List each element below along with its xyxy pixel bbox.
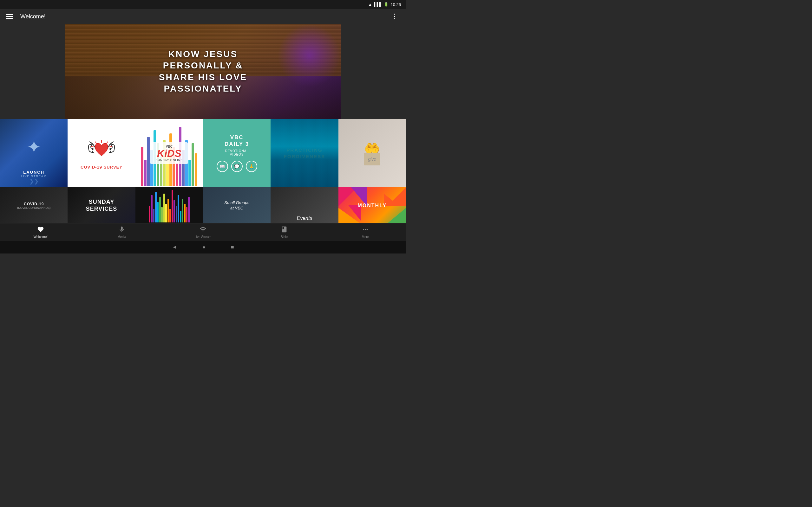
svg-line-4 [109, 147, 112, 147]
tile-monthly-inner: MONTHLY [339, 187, 406, 223]
tile-launch-livestream[interactable]: ✦ LAUNCH LIVE STREAM ❯❯ [0, 119, 67, 187]
tile-sunday-services[interactable]: SUNDAYSERVICES [67, 187, 135, 223]
hero-banner[interactable]: KNOW JESUS PERSONALLY & SHARE HIS LOVE P… [65, 24, 341, 119]
tile-small-groups[interactable]: Small Groupsat VBC [203, 187, 270, 223]
recents-button[interactable]: ■ [231, 244, 234, 250]
nav-icon-media [118, 226, 125, 234]
covid-survey-label: COVID-19 SURVEY [81, 165, 122, 170]
tile-give-inner: 🤲 give [339, 119, 406, 187]
nav-item-more[interactable]: More [350, 223, 381, 241]
hero-text-overlay: KNOW JESUS PERSONALLY & SHARE HIS LOVE P… [134, 49, 272, 95]
main-content: KNOW JESUS PERSONALLY & SHARE HIS LOVE P… [0, 24, 406, 223]
battery-icon: 🔋 [384, 2, 389, 7]
tile-give[interactable]: 🤲 give [339, 119, 406, 187]
tile-covid-info[interactable]: COVID-19 (NOVEL CORONAVIRUS) [0, 187, 67, 223]
daily-icon-chat[interactable]: 💬 [231, 161, 243, 172]
nav-icon-bible [281, 226, 288, 234]
app-title: Welcome! [20, 13, 46, 20]
daily-subtitle: DEVOTIONALVIDEOS [225, 149, 248, 156]
nav-item-bible[interactable]: Bible [268, 223, 300, 241]
nav-icon-welcome [37, 226, 44, 234]
wifi-icon: ▲ [368, 2, 372, 7]
app-bar-left: Welcome! [5, 13, 46, 20]
status-bar: ▲ ▌▌▌ 🔋 10:26 [0, 0, 406, 9]
tile-forgiveness-inner: PRACTICINGFORGIVENESS [270, 119, 338, 187]
tile-covid-inner: COVID-19 SURVEY [67, 119, 135, 187]
hamburger-menu-button[interactable] [5, 13, 14, 20]
tile-smallgroups-inner: Small Groupsat VBC [203, 187, 270, 223]
heart-wings-icon [86, 137, 117, 162]
system-nav: ◄ ● ■ [0, 241, 406, 253]
tile-colorful-media[interactable] [136, 187, 203, 223]
nav-label-livestream: Live Stream [194, 235, 211, 239]
nav-item-media[interactable]: Media [106, 223, 138, 241]
tile-monthly[interactable]: MONTHLY [339, 187, 406, 223]
monthly-label: MONTHLY [357, 203, 387, 209]
daily-icons: 📖 💬 🙏 [217, 161, 257, 172]
covid2-subtitle: (NOVEL CORONAVIRUS) [17, 206, 50, 210]
tile-practicing-forgiveness[interactable]: PRACTICINGFORGIVENESS [270, 119, 338, 187]
grid-row-2: COVID-19 (NOVEL CORONAVIRUS) SUNDAYSERVI… [0, 187, 406, 223]
nav-item-welcome[interactable]: Welcome! [25, 223, 56, 241]
tile-events[interactable]: Events [270, 187, 338, 223]
nav-label-media: Media [117, 235, 126, 239]
tile-covid2-inner: COVID-19 (NOVEL CORONAVIRUS) [0, 187, 67, 223]
grid-row-1: ✦ LAUNCH LIVE STREAM ❯❯ [0, 119, 406, 187]
status-icons: ▲ ▌▌▌ 🔋 10:26 [368, 2, 401, 7]
more-vert-button[interactable]: ⋮ [389, 11, 401, 22]
nav-icon-more [362, 226, 369, 234]
back-button[interactable]: ◄ [172, 244, 177, 250]
svg-line-3 [91, 147, 94, 147]
vbc-kids-sub: SUNDAY ONLINE [155, 158, 183, 162]
launch-label: LAUNCH [21, 170, 47, 175]
covid2-title: COVID-19 [24, 202, 44, 206]
nav-label-welcome: Welcome! [34, 235, 48, 239]
tile-sunday-inner: SUNDAYSERVICES [67, 187, 135, 223]
events-label: Events [297, 216, 312, 221]
tile-events-inner: Events [270, 187, 338, 223]
nav-label-more: More [362, 235, 369, 239]
small-groups-label: Small Groupsat VBC [224, 200, 249, 211]
bottom-nav: Welcome! Media Live Stream Bible [0, 223, 406, 241]
app-bar: Welcome! ⋮ [0, 9, 406, 24]
launch-sublabel: LIVE STREAM [21, 175, 47, 178]
nav-icon-livestream [200, 226, 206, 234]
svg-line-1 [95, 142, 97, 144]
tile-launch-inner: ✦ LAUNCH LIVE STREAM ❯❯ [0, 119, 67, 187]
hero-tagline: KNOW JESUS PERSONALLY & SHARE HIS LOVE P… [134, 49, 272, 95]
vbc-kids-main: KiDS [155, 148, 183, 158]
tile-vbc-kids[interactable]: VBC KiDS SUNDAY ONLINE [136, 119, 203, 187]
daily-icon-book[interactable]: 📖 [217, 161, 228, 172]
daily-title: VBCDAILY 3 [224, 134, 249, 147]
tile-daily-inner: VBCDAILY 3 DEVOTIONALVIDEOS 📖 💬 🙏 [203, 119, 270, 187]
tile-vbc-daily[interactable]: VBCDAILY 3 DEVOTIONALVIDEOS 📖 💬 🙏 [203, 119, 270, 187]
daily-icon-pray[interactable]: 🙏 [246, 161, 257, 172]
status-time: 10:26 [391, 2, 401, 7]
tile-covid-survey[interactable]: COVID-19 SURVEY [67, 119, 135, 187]
signal-icon: ▌▌▌ [374, 2, 382, 7]
give-label: give [368, 157, 376, 162]
svg-line-2 [106, 142, 108, 144]
nav-label-bible: Bible [281, 235, 288, 239]
nav-item-livestream[interactable]: Live Stream [187, 223, 219, 241]
home-button[interactable]: ● [202, 244, 206, 250]
sunday-label: SUNDAYSERVICES [86, 199, 117, 212]
